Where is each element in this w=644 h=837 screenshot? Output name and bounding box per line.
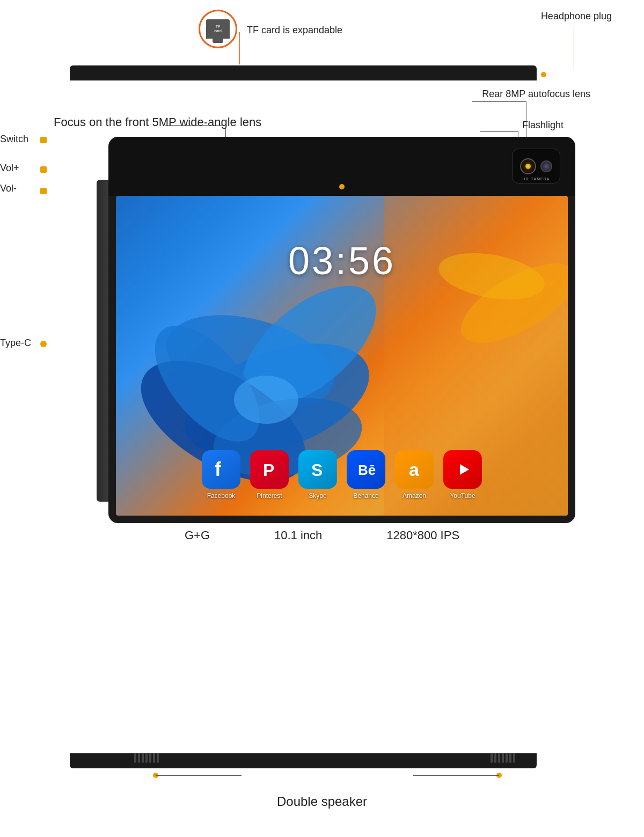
camera-main-lens [520,158,536,174]
vol-plus-label: Vol+ [0,163,19,174]
facebook-icon-img: f [202,450,240,489]
switch-dot [40,137,47,143]
skype-app-icon[interactable]: S Skype [298,450,337,500]
grille-dot [491,753,493,763]
grille-dot [149,753,151,763]
device-top-strip [70,65,537,80]
headphone-annotation-line [574,27,574,70]
skype-label: Skype [309,492,326,500]
front-lens-label: Focus on the front 5MP wide-angle lens [54,115,261,129]
bottom-section: Double speaker [0,746,644,837]
type-c-label: Type-C [0,337,31,349]
svg-point-6 [234,376,298,424]
amazon-label: Amazon [402,492,426,500]
youtube-icon-img [443,450,482,489]
tf-card-label: TFcard [214,25,222,33]
svg-text:P: P [263,460,274,480]
top-section: TFcard TF card is expandable Headphone p… [0,0,644,91]
tf-expandable-label: TF card is expandable [247,25,342,36]
camera-lens-inner [525,164,531,169]
page-container: TFcard TF card is expandable Headphone p… [0,0,644,837]
youtube-app-icon[interactable]: YouTube [443,450,482,500]
speaker-grille-left [134,753,159,763]
grille-dot [498,753,500,763]
skype-icon-img: S [298,450,337,489]
grille-dot [513,753,515,763]
amazon-icon-img: a [395,450,434,489]
tf-card-inner: TFcard [206,19,230,39]
headphone-dot [541,72,546,77]
behance-icon-img: Bē [347,450,385,489]
grille-dot [157,753,159,763]
grille-dot [145,753,148,763]
youtube-label: YouTube [450,492,475,500]
rear-lens-horiz-line [472,101,526,102]
grille-dot [506,753,508,763]
tablet-device: HD CAMERA [54,137,590,545]
pinterest-icon-img: P [250,450,289,489]
grille-dot [134,753,136,763]
vol-minus-dot [40,188,47,194]
grille-dot [502,753,504,763]
grille-dot [153,753,155,763]
behance-label: Behance [353,492,378,500]
speaker-grille-right [491,753,515,763]
facebook-app-icon[interactable]: f Facebook [202,450,240,500]
svg-text:f: f [215,459,222,480]
screen-clock: 03:56 [288,239,396,283]
tablet-screen: 03:56 f Facebook P [116,196,568,516]
behance-app-icon[interactable]: Bē Behance [347,450,385,500]
grille-dot [138,753,140,763]
grille-dot [494,753,496,763]
type-c-dot [40,341,47,347]
svg-text:Bē: Bē [358,462,376,478]
headphone-label: Headphone plug [541,11,612,22]
speaker-line-right [413,775,499,776]
middle-section: Rear 8MP autofocus lens Focus on the fro… [0,83,644,555]
app-icons-row: f Facebook P Pinterest [202,450,482,500]
front-camera-dot [339,184,345,189]
front-lens-horiz-line [165,125,226,126]
camera-module: HD CAMERA [512,149,560,183]
tablet-body: HD CAMERA [108,137,575,523]
facebook-label: Facebook [207,492,236,500]
flashlight-horiz-line [480,131,518,132]
amazon-app-icon[interactable]: a Amazon [395,450,434,500]
bottom-specs: G+G 10.1 inch 1280*800 IPS [0,528,644,542]
tf-card-icon: TFcard [199,10,237,48]
ips-spec-label: 1280*800 IPS [386,528,459,542]
camera-text: HD CAMERA [513,177,560,181]
rear-lens-label: Rear 8MP autofocus lens [482,89,590,100]
switch-label: Switch [0,134,28,145]
screen-wallpaper: 03:56 f Facebook P [116,196,568,516]
gg-spec-label: G+G [185,528,210,542]
vol-minus-label: Vol- [0,183,17,194]
grille-dot [142,753,144,763]
flashlight-label: Flashlight [522,120,564,131]
speaker-line-left [156,775,241,776]
camera-small-lens [540,160,552,172]
side-strip [97,180,108,502]
tf-annotation-line [239,32,240,64]
svg-text:a: a [409,459,420,480]
svg-text:S: S [311,460,323,480]
inch-spec-label: 10.1 inch [274,528,322,542]
vol-plus-dot [40,166,47,173]
double-speaker-label: Double speaker [277,794,367,809]
pinterest-label: Pinterest [257,492,282,500]
grille-dot [509,753,511,763]
pinterest-app-icon[interactable]: P Pinterest [250,450,289,500]
svg-marker-15 [460,464,469,475]
